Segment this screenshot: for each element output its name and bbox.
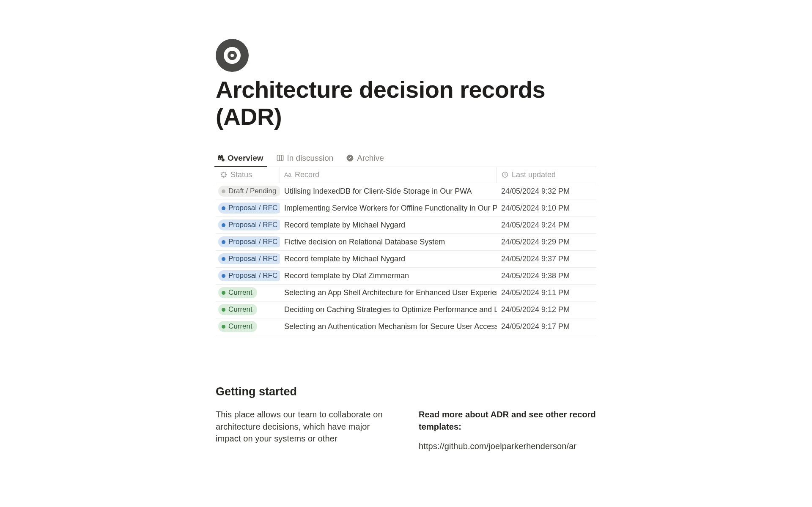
- status-pill-proposal: Proposal / RFC: [218, 236, 280, 247]
- col-header-record[interactable]: Aa Record: [280, 167, 497, 183]
- binoculars-icon: [217, 154, 225, 162]
- status-pill-label: Current: [228, 288, 252, 297]
- status-pill-proposal: Proposal / RFC: [218, 270, 280, 281]
- status-pill-proposal: Proposal / RFC: [218, 203, 280, 214]
- table-row[interactable]: Proposal / RFCFictive decision on Relati…: [216, 234, 596, 251]
- status-pill-label: Proposal / RFC: [228, 254, 277, 263]
- status-pill-label: Proposal / RFC: [228, 271, 277, 280]
- text-aa-icon: Aa: [284, 171, 291, 178]
- svg-point-4: [223, 177, 224, 178]
- svg-point-5: [221, 174, 222, 175]
- table-row[interactable]: CurrentDeciding on Caching Strategies to…: [216, 301, 596, 318]
- record-cell[interactable]: Selecting an App Shell Architecture for …: [280, 285, 497, 301]
- col-header-updated[interactable]: Last updated: [497, 167, 596, 183]
- record-cell[interactable]: Record template by Olaf Zimmerman: [280, 268, 497, 284]
- svg-rect-0: [277, 155, 283, 161]
- svg-point-3: [223, 172, 224, 173]
- svg-point-10: [225, 176, 225, 177]
- table-header-row: Status Aa Record Last updated: [216, 167, 596, 183]
- record-cell[interactable]: Implementing Service Workers for Offline…: [280, 200, 497, 217]
- record-cell[interactable]: Record template by Michael Nygard: [280, 217, 497, 233]
- table-row[interactable]: Proposal / RFCImplementing Service Worke…: [216, 200, 596, 217]
- updated-cell: 24/05/2024 9:24 PM: [497, 217, 596, 233]
- status-pill-label: Draft / Pending: [228, 186, 276, 196]
- page-icon[interactable]: [216, 39, 249, 72]
- updated-cell: 24/05/2024 9:12 PM: [497, 301, 596, 318]
- status-dot: [222, 325, 225, 329]
- status-pill-label: Current: [228, 305, 252, 314]
- svg-point-7: [222, 173, 222, 173]
- status-dot: [222, 223, 225, 227]
- target-icon: [216, 39, 249, 72]
- updated-cell: 24/05/2024 9:29 PM: [497, 234, 596, 250]
- status-icon: [220, 171, 227, 178]
- status-pill-current: Current: [218, 321, 257, 332]
- getting-started-heading: Getting started: [216, 385, 596, 398]
- records-table: Status Aa Record Last updated Draft / Pe…: [216, 167, 596, 335]
- page-title[interactable]: Architecture decision records (ADR): [216, 76, 554, 131]
- status-pill-label: Proposal / RFC: [228, 220, 277, 230]
- columns-icon: [276, 154, 284, 162]
- svg-point-8: [225, 173, 225, 173]
- record-cell[interactable]: Selecting an Authentication Mechanism fo…: [280, 318, 497, 335]
- status-pill-current: Current: [218, 304, 257, 315]
- updated-cell: 24/05/2024 9:37 PM: [497, 251, 596, 267]
- updated-cell: 24/05/2024 9:11 PM: [497, 285, 596, 301]
- tab-discussion-label: In discussion: [287, 153, 334, 163]
- svg-point-9: [222, 176, 222, 177]
- status-dot: [222, 189, 225, 193]
- status-cell: Proposal / RFC: [216, 251, 280, 267]
- table-row[interactable]: CurrentSelecting an App Shell Architectu…: [216, 285, 596, 301]
- adr-link[interactable]: https://github.com/joelparkerhenderson/a…: [419, 440, 596, 452]
- badge-icon: [346, 154, 354, 162]
- status-pill-proposal: Proposal / RFC: [218, 253, 280, 264]
- status-cell: Proposal / RFC: [216, 217, 280, 233]
- clock-icon: [501, 171, 508, 178]
- getting-started-left-text: This place allows our team to collaborat…: [216, 408, 393, 445]
- record-cell[interactable]: Utilising IndexedDB for Client-Side Stor…: [280, 183, 497, 200]
- col-header-status[interactable]: Status: [216, 167, 280, 183]
- col-header-updated-label: Last updated: [512, 170, 556, 179]
- updated-cell: 24/05/2024 9:38 PM: [497, 268, 596, 284]
- status-dot: [222, 240, 225, 244]
- view-tabs: OverviewIn discussionArchive: [216, 151, 596, 167]
- status-dot: [222, 274, 225, 278]
- status-pill-label: Current: [228, 322, 252, 331]
- status-pill-label: Proposal / RFC: [228, 203, 277, 213]
- status-cell: Proposal / RFC: [216, 268, 280, 284]
- table-row[interactable]: Proposal / RFCRecord template by Olaf Zi…: [216, 268, 596, 285]
- updated-cell: 24/05/2024 9:32 PM: [497, 183, 596, 200]
- record-cell[interactable]: Deciding on Caching Strategies to Optimi…: [280, 301, 497, 318]
- table-row[interactable]: Proposal / RFCRecord template by Michael…: [216, 251, 596, 268]
- status-cell: Draft / Pending: [216, 183, 280, 200]
- updated-cell: 24/05/2024 9:10 PM: [497, 200, 596, 217]
- status-cell: Current: [216, 301, 280, 318]
- table-row[interactable]: Draft / PendingUtilising IndexedDB for C…: [216, 183, 596, 200]
- status-cell: Current: [216, 285, 280, 301]
- status-dot: [222, 257, 225, 261]
- svg-point-6: [225, 174, 226, 175]
- status-dot: [222, 291, 225, 295]
- table-row[interactable]: Proposal / RFCRecord template by Michael…: [216, 217, 596, 234]
- status-pill-label: Proposal / RFC: [228, 237, 277, 247]
- getting-started-right: Read more about ADR and see other record…: [419, 408, 596, 452]
- tab-overview[interactable]: Overview: [216, 151, 264, 167]
- getting-started-right-heading: Read more about ADR and see other record…: [419, 410, 596, 431]
- tab-discussion[interactable]: In discussion: [275, 151, 335, 167]
- record-cell[interactable]: Fictive decision on Relational Database …: [280, 234, 497, 250]
- updated-cell: 24/05/2024 9:17 PM: [497, 318, 596, 335]
- record-cell[interactable]: Record template by Michael Nygard: [280, 251, 497, 267]
- table-row[interactable]: CurrentSelecting an Authentication Mecha…: [216, 318, 596, 335]
- status-cell: Current: [216, 318, 280, 335]
- tab-archive-label: Archive: [357, 153, 384, 163]
- status-dot: [222, 308, 225, 312]
- col-header-status-label: Status: [230, 170, 252, 179]
- status-pill-proposal: Proposal / RFC: [218, 219, 280, 230]
- getting-started-left: This place allows our team to collaborat…: [216, 408, 393, 452]
- status-cell: Proposal / RFC: [216, 200, 280, 217]
- col-header-record-label: Record: [295, 170, 319, 179]
- status-pill-current: Current: [218, 287, 257, 298]
- tab-overview-label: Overview: [228, 153, 263, 163]
- tab-archive[interactable]: Archive: [345, 151, 384, 167]
- status-pill-draft: Draft / Pending: [218, 186, 280, 197]
